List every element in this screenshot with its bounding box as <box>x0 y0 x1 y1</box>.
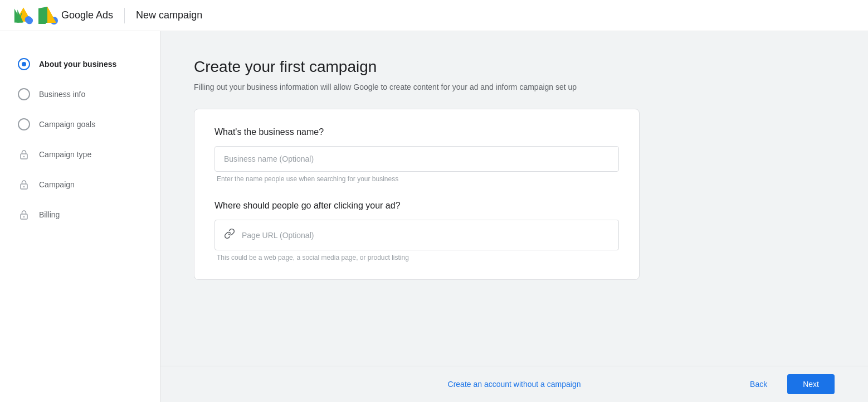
sidebar-label-campaign: Campaign <box>39 180 75 189</box>
back-button[interactable]: Back <box>737 374 781 394</box>
form-card: What's the business name? Enter the name… <box>194 109 640 280</box>
business-name-input[interactable] <box>224 154 609 163</box>
link-icon <box>224 228 235 242</box>
main-content: Create your first campaign Filling out y… <box>160 31 868 366</box>
lock-svg <box>19 149 28 159</box>
footer-actions: Back Next <box>737 374 835 394</box>
step-indicator-business <box>18 88 30 100</box>
google-text: Google Ads <box>61 9 113 21</box>
svg-point-20 <box>23 216 25 217</box>
lock-icon-campaign <box>18 178 30 191</box>
app-header: Google Ads New campaign <box>0 0 868 31</box>
url-question: Where should people go after clicking yo… <box>214 201 619 211</box>
business-name-input-wrapper[interactable] <box>214 146 619 172</box>
google-logo-triangle <box>37 5 58 26</box>
svg-marker-14 <box>47 7 56 23</box>
sidebar-label-goals: Campaign goals <box>39 120 95 129</box>
business-name-section: What's the business name? Enter the name… <box>214 127 619 183</box>
business-name-hint: Enter the name people use when searching… <box>214 175 619 183</box>
sidebar-item-business-info[interactable]: Business info <box>0 79 160 109</box>
header-divider <box>124 8 125 23</box>
sidebar-item-about-your-business[interactable]: About your business <box>0 49 160 79</box>
sidebar-item-campaign: Campaign <box>0 169 160 200</box>
sidebar-label-campaign-type: Campaign type <box>39 150 91 159</box>
next-button[interactable]: Next <box>787 374 835 394</box>
content-title: Create your first campaign <box>194 58 835 76</box>
business-name-question: What's the business name? <box>214 127 619 137</box>
google-ads-logo-icon <box>13 6 33 26</box>
svg-marker-13 <box>38 7 47 23</box>
lock-icon-billing <box>18 209 30 221</box>
page-title: New campaign <box>136 9 202 21</box>
sidebar-item-campaign-type: Campaign type <box>0 139 160 169</box>
sidebar-item-campaign-goals[interactable]: Campaign goals <box>0 109 160 139</box>
step-indicator-goals <box>18 118 30 130</box>
sidebar-label-about: About your business <box>39 60 116 69</box>
content-subtitle: Filling out your business information wi… <box>194 81 617 93</box>
svg-point-16 <box>23 156 25 157</box>
url-input[interactable] <box>242 231 609 240</box>
lock-svg-2 <box>19 180 28 190</box>
url-section: Where should people go after clicking yo… <box>214 201 619 261</box>
footer: Create an account without a campaign Bac… <box>160 366 868 402</box>
sidebar: About your business Business info Campai… <box>0 31 160 402</box>
active-dot <box>22 62 26 66</box>
content-header: Create your first campaign Filling out y… <box>194 58 835 93</box>
sidebar-label-billing: Billing <box>39 210 60 219</box>
layout: About your business Business info Campai… <box>0 31 868 402</box>
lock-svg-3 <box>19 210 28 220</box>
chain-link-svg <box>224 228 235 239</box>
url-hint: This could be a web page, a social media… <box>214 254 619 261</box>
svg-point-18 <box>23 186 25 187</box>
logo: Google Ads <box>13 5 113 26</box>
url-input-wrapper[interactable] <box>214 220 619 250</box>
step-indicator-about <box>18 58 30 70</box>
logo-image <box>37 5 58 26</box>
lock-icon-campaign-type <box>18 148 30 161</box>
skip-campaign-link[interactable]: Create an account without a campaign <box>448 380 581 389</box>
sidebar-label-business: Business info <box>39 90 85 99</box>
sidebar-item-billing: Billing <box>0 200 160 230</box>
